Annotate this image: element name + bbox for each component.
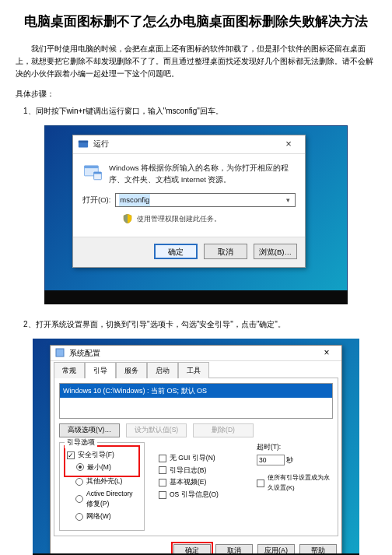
system-config-title: 系统配置: [69, 347, 317, 359]
ok-button[interactable]: 确定: [154, 244, 198, 259]
desktop-screenshot-2: 系统配置 × 常规 引导 服务 启动 工具 Windows 10 (C:\Win…: [33, 339, 359, 555]
safe-boot-highlight: 安全引导(F) 最小(M): [66, 448, 138, 475]
osinfo-label: OS 引导信息(O): [170, 490, 219, 501]
altshell-label: 其他外壳(L): [86, 476, 122, 487]
open-combobox[interactable]: msconfig ▾: [115, 193, 296, 207]
steps-heading: 具体步骤：: [16, 88, 376, 100]
article-intro: 我们平时使用电脑的时候，会把在桌面上还有图标的软件卸载了，但是那个软件的图标还留…: [16, 43, 376, 80]
minimal-radio[interactable]: [76, 463, 84, 471]
svg-rect-6: [56, 349, 64, 357]
svg-rect-5: [94, 172, 102, 174]
svg-rect-3: [84, 166, 98, 168]
cancel-button[interactable]: 取消: [204, 244, 247, 259]
timeout-unit: 秒: [286, 456, 293, 464]
boot-panel: Windows 10 (C:\Windows) : 当前 OS; 默认 OS 高…: [54, 378, 338, 536]
tab-general[interactable]: 常规: [54, 362, 85, 378]
altshell-radio[interactable]: [75, 478, 83, 486]
timeout-group: 超时(T): 秒 使所有引导设置成为永久设置(K): [257, 442, 333, 531]
run-dialog: 运行 × Windows 将根据你所输入的名称，为你打开相应的程序、文件夹、文档…: [72, 135, 306, 269]
minimal-label: 最小(M): [87, 462, 111, 473]
tab-services[interactable]: 服务: [116, 362, 147, 378]
tab-strip: 常规 引导 服务 启动 工具: [51, 361, 341, 378]
taskbar: [44, 290, 348, 304]
step-2: 2、打开系统设置界面，切换到"引导"选项卡，勾选"安全引导"，点击"确定"。: [23, 318, 376, 331]
safe-boot-checkbox[interactable]: [67, 451, 75, 459]
open-label: 打开(O):: [82, 194, 110, 205]
svg-rect-1: [79, 141, 88, 143]
network-radio[interactable]: [75, 513, 83, 521]
timeout-legend: 超时(T):: [257, 442, 333, 453]
ad-repair-label: Active Directory 修复(P): [86, 489, 138, 510]
tab-boot[interactable]: 引导: [85, 362, 116, 378]
boot-entry-list[interactable]: Windows 10 (C:\Windows) : 当前 OS; 默认 OS: [59, 383, 333, 419]
basevideo-label: 基本视频(E): [170, 477, 206, 488]
desktop-screenshot-1: 运行 × Windows 将根据你所输入的名称，为你打开相应的程序、文件夹、文档…: [44, 125, 348, 304]
run-program-icon: [82, 162, 103, 182]
permanent-label: 使所有引导设置成为永久设置(K): [268, 473, 333, 494]
timeout-input[interactable]: [257, 455, 285, 465]
bootlog-label: 引导日志(B): [170, 465, 206, 476]
tab-startup[interactable]: 启动: [147, 362, 178, 378]
run-desc: Windows 将根据你所输入的名称，为你打开相应的程序、文件夹、文档或 Int…: [109, 162, 296, 185]
admin-note: 使用管理权限创建此任务。: [123, 213, 296, 224]
permanent-checkbox[interactable]: [257, 479, 264, 487]
tab-tools[interactable]: 工具: [178, 362, 209, 378]
browse-button[interactable]: 浏览(B)…: [254, 244, 297, 259]
close-icon[interactable]: ×: [277, 136, 300, 153]
chevron-down-icon[interactable]: ▾: [282, 195, 293, 205]
step-1: 1、同时按下win+r键调出运行窗口，输入"msconfig"回车。: [23, 105, 376, 118]
open-value: msconfig: [119, 194, 150, 205]
bootlog-checkbox[interactable]: [159, 466, 166, 474]
run-icon: [78, 139, 89, 149]
safe-boot-label: 安全引导(F): [78, 450, 114, 461]
set-default-button: 设为默认值(S): [126, 423, 187, 437]
shield-icon: [123, 214, 132, 223]
boot-entry[interactable]: Windows 10 (C:\Windows) : 当前 OS; 默认 OS: [60, 384, 332, 398]
boot-flags-group: 无 GUI 引导(N) 引导日志(B) 基本视频(E) OS 引导信息(O): [152, 442, 249, 531]
run-title-text: 运行: [93, 138, 277, 150]
network-label: 网络(W): [86, 511, 111, 522]
delete-button: 删除(D): [193, 423, 254, 437]
advanced-options-button[interactable]: 高级选项(V)…: [59, 423, 120, 437]
boot-options-group: 引导选项 安全引导(F) 最小(M) 其他外壳(L) Active Direct…: [59, 442, 145, 531]
basevideo-checkbox[interactable]: [159, 479, 166, 487]
nogui-checkbox[interactable]: [159, 455, 166, 462]
msconfig-icon: [55, 348, 65, 357]
nogui-label: 无 GUI 引导(N): [170, 453, 215, 464]
ad-repair-radio[interactable]: [75, 495, 83, 503]
close-icon[interactable]: ×: [317, 346, 337, 360]
boot-options-legend: 引导选项: [65, 437, 97, 448]
admin-note-text: 使用管理权限创建此任务。: [137, 213, 221, 224]
system-config-dialog: 系统配置 × 常规 引导 服务 启动 工具 Windows 10 (C:\Win…: [50, 345, 342, 555]
article-title: 电脑桌面图标删不了怎么办电脑桌面图标删除失败解决方法: [16, 12, 376, 32]
osinfo-checkbox[interactable]: [159, 491, 166, 499]
